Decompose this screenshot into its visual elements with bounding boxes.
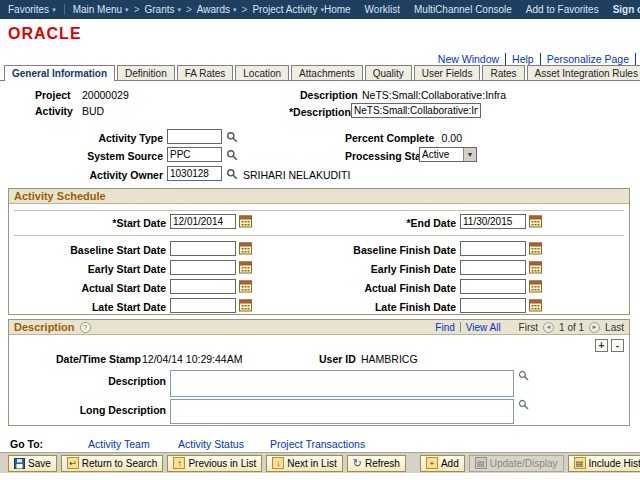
baseline-start-date-calendar-icon[interactable]	[239, 241, 252, 255]
add-button[interactable]: + Add	[420, 455, 465, 472]
activity-status-link[interactable]: Activity Status	[178, 438, 244, 450]
activity-team-link[interactable]: Activity Team	[88, 438, 150, 450]
chevron-down-icon: ▾	[177, 6, 181, 14]
menu-main-menu[interactable]: Main Menu ▾	[73, 4, 129, 15]
menu-awards[interactable]: Awards ▾	[197, 4, 237, 15]
end-date-calendar-icon[interactable]	[529, 214, 542, 228]
next-row-icon[interactable]: ►	[589, 322, 600, 333]
early-start-date-calendar-icon[interactable]	[239, 260, 252, 274]
early-start-date-input[interactable]	[170, 260, 236, 275]
delete-row-button[interactable]: -	[611, 339, 624, 352]
user-id-label: User ID	[319, 353, 356, 365]
system-source-input[interactable]	[167, 147, 222, 162]
tab-rates[interactable]: Rates	[482, 65, 524, 80]
activity-schedule-header: Activity Schedule	[9, 189, 629, 204]
description-input[interactable]	[351, 103, 481, 118]
help-icon[interactable]: ?	[80, 322, 91, 333]
return-to-search-button[interactable]: ↩ Return to Search	[61, 455, 164, 472]
baseline-start-date-label: Baseline Start Date	[11, 244, 166, 256]
refresh-icon: ↻	[353, 458, 362, 469]
actual-finish-date-calendar-icon[interactable]	[529, 279, 542, 293]
multichannel-console-link[interactable]: MultiChannel Console	[414, 4, 512, 15]
home-link[interactable]: Home	[324, 4, 351, 15]
next-in-list-button[interactable]: ↓ Next in List	[266, 455, 342, 472]
tab-attachments[interactable]: Attachments	[291, 65, 363, 80]
save-button[interactable]: Save	[8, 455, 57, 472]
menu-favorites[interactable]: Favorites ▾	[8, 4, 56, 15]
end-date-input[interactable]	[460, 214, 526, 229]
datetime-stamp-value: 12/04/14 10:29:44AM	[142, 353, 242, 365]
add-to-favorites-link[interactable]: Add to Favorites	[526, 4, 599, 15]
user-id-value: HAMBRICG	[361, 353, 418, 365]
baseline-finish-date-input[interactable]	[460, 241, 526, 256]
tab-asset-integration-rules[interactable]: Asset Integration Rules	[527, 65, 640, 80]
baseline-start-date-input[interactable]	[170, 241, 236, 256]
late-start-date-calendar-icon[interactable]	[239, 298, 252, 312]
menu-grants[interactable]: Grants ▾	[144, 4, 181, 15]
activity-type-input[interactable]	[167, 129, 222, 144]
oracle-logo: ORACLE	[8, 25, 82, 43]
tab-quality[interactable]: Quality	[365, 65, 412, 80]
tab-definition[interactable]: Definition	[117, 65, 175, 80]
project-transactions-link[interactable]: Project Transactions	[270, 438, 365, 450]
baseline-finish-date-calendar-icon[interactable]	[529, 241, 542, 255]
first-label[interactable]: First	[519, 322, 538, 333]
nav-divider	[460, 322, 461, 332]
find-link[interactable]: Find	[435, 322, 454, 333]
activity-owner-lookup-icon[interactable]	[226, 168, 238, 180]
view-all-link[interactable]: View All	[466, 322, 501, 333]
refresh-button[interactable]: ↻ Refresh	[347, 455, 406, 472]
section-title: Description	[14, 321, 75, 333]
long-description-expand-icon[interactable]	[518, 399, 529, 410]
chevron-down-icon: ▾	[125, 6, 129, 14]
previous-in-list-icon: ↑	[173, 457, 185, 469]
last-label[interactable]: Last	[605, 322, 624, 333]
select-arrow-icon: ▼	[463, 148, 476, 161]
actual-start-date-input[interactable]	[170, 279, 236, 294]
menu-project-activity[interactable]: Project Activity ▾	[252, 4, 324, 15]
actual-finish-date-label: Actual Finish Date	[289, 282, 456, 294]
include-history-button[interactable]: ▤ Include History	[568, 455, 640, 472]
actual-start-date-label: Actual Start Date	[11, 282, 166, 294]
worklist-link[interactable]: Worklist	[365, 4, 400, 15]
late-finish-date-input[interactable]	[460, 298, 526, 313]
breadcrumb-label: Main Menu	[73, 4, 122, 15]
actual-finish-date-input[interactable]	[460, 279, 526, 294]
top-navigation-bar: Favorites ▾ Main Menu ▾ > Grants ▾ > Awa…	[0, 0, 640, 19]
add-row-button[interactable]: +	[595, 339, 608, 352]
processing-status-select[interactable]: Active ▼	[419, 147, 477, 162]
project-label: Project	[35, 89, 71, 101]
late-start-date-input[interactable]	[170, 298, 236, 313]
tab-location[interactable]: Location	[235, 65, 289, 80]
description-expand-icon[interactable]	[518, 370, 529, 381]
divider	[14, 235, 624, 236]
page-content: Project 20000029 Description NeTS:Small:…	[0, 81, 640, 452]
tab-general-information[interactable]: General Information	[4, 65, 115, 81]
tab-fa-rates[interactable]: FA Rates	[177, 65, 234, 80]
system-source-lookup-icon[interactable]	[226, 149, 238, 161]
late-finish-date-calendar-icon[interactable]	[529, 298, 542, 312]
breadcrumb-label: Favorites	[8, 4, 49, 15]
activity-owner-name: SRIHARI NELAKUDITI	[243, 169, 350, 181]
chevron-down-icon: ▾	[52, 6, 56, 14]
sign-out-link[interactable]: Sign out	[613, 4, 640, 15]
top-utility-links: Home Worklist MultiChannel Console Add t…	[324, 4, 640, 15]
previous-row-icon[interactable]: ◄	[543, 322, 554, 333]
tab-user-fields[interactable]: User Fields	[414, 65, 481, 80]
project-value: 20000029	[82, 89, 129, 101]
long-description-textarea[interactable]	[170, 399, 514, 424]
activity-schedule-section: Activity Schedule *Start Date *End Date …	[8, 188, 630, 315]
early-finish-date-calendar-icon[interactable]	[529, 260, 542, 274]
activity-value: BUD	[82, 105, 104, 117]
breadcrumb-label: Awards	[197, 4, 230, 15]
previous-in-list-button[interactable]: ↑ Previous in List	[167, 455, 262, 472]
scroll-area-navigation: Find View All First ◄ 1 of 1 ► Last	[435, 322, 624, 333]
end-date-label: *End Date	[289, 217, 456, 229]
early-finish-date-input[interactable]	[460, 260, 526, 275]
actual-start-date-calendar-icon[interactable]	[239, 279, 252, 293]
activity-type-lookup-icon[interactable]	[226, 131, 238, 143]
start-date-input[interactable]	[170, 214, 236, 229]
activity-owner-input[interactable]	[167, 166, 222, 181]
description-textarea[interactable]	[170, 370, 514, 397]
start-date-calendar-icon[interactable]	[239, 214, 252, 228]
